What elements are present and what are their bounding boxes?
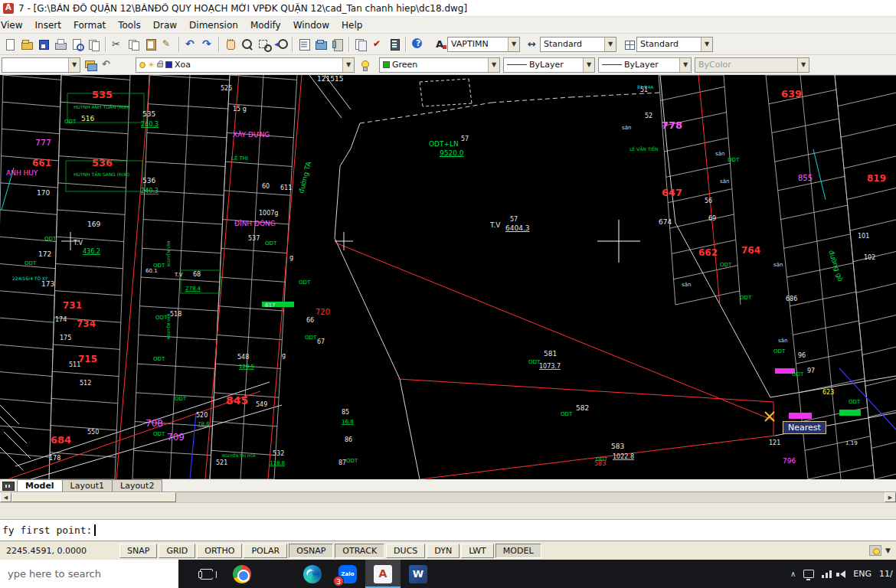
taskbar-app-task-view[interactable] [189,560,224,588]
undo-button[interactable] [182,36,199,53]
layer-properties-icon[interactable] [83,58,97,72]
designcenter-button[interactable] [312,36,329,53]
zoom-realtime-button[interactable] [239,36,256,53]
sheetset-button[interactable] [352,36,369,53]
toggle-ducs[interactable]: DUCS [386,544,425,558]
properties-button[interactable] [296,36,312,53]
layer-combo[interactable]: ☀ Xoa ▼ [136,57,355,73]
hscroll-right-arrow-icon[interactable]: ▶ [885,492,896,502]
layer-on-icon[interactable] [139,62,146,68]
tab-layout1[interactable]: Layout1 [62,479,113,492]
toggle-otrack[interactable]: OTRACK [335,544,384,558]
command-input[interactable]: fy first point: [0,520,896,541]
linetype-combo[interactable]: ByLayer ▼ [503,57,595,73]
svg-text:NGUYỄN THỊ HOA: NGUYỄN THỊ HOA [222,452,256,458]
markup-button[interactable] [369,36,386,53]
taskbar-app-edge[interactable] [295,560,330,588]
dim-style-icon[interactable] [526,38,540,51]
toggle-grid[interactable]: GRID [159,544,195,558]
toggle-ortho[interactable]: ORTHO [197,544,242,558]
zoom-window-button[interactable] [256,36,273,53]
taskbar-app-word[interactable] [401,560,436,588]
layout-tab-nav-icon[interactable] [2,482,15,491]
menu-format[interactable]: Format [67,18,112,32]
plot-button[interactable] [52,36,69,53]
paste-button[interactable] [142,36,159,53]
qnew-button[interactable] [2,36,18,53]
network-icon[interactable] [822,570,832,578]
svg-text:T.V: T.V [489,221,501,229]
dropdown-arrow-icon[interactable]: ▼ [701,38,712,51]
hscroll-thumb[interactable] [11,492,176,502]
menu-help[interactable]: Help [335,18,368,32]
taskbar-app-autocad[interactable] [365,560,401,588]
toolpalettes-button[interactable] [329,36,346,53]
publish-button[interactable] [86,36,103,53]
redo-button[interactable] [199,36,216,53]
drawing-area[interactable]: 535HUỲNH ANH TUẤN (RIXI)516535240.3536HU… [0,75,896,479]
taskbar-app-zalo[interactable]: 3 [330,560,365,588]
table-style-icon[interactable] [623,38,636,51]
layer-unlock-icon[interactable] [157,63,163,67]
volume-icon[interactable] [840,570,845,578]
zoom-previous-button[interactable] [273,36,289,53]
help-button[interactable] [409,36,426,53]
dropdown-arrow-icon[interactable]: ▼ [508,38,519,51]
communication-center-icon[interactable] [869,545,881,556]
hscroll-left-arrow-icon[interactable]: ◀ [0,492,11,502]
dropdown-arrow-icon[interactable]: ▼ [583,58,594,72]
menu-modify[interactable]: Modify [244,18,287,32]
language-indicator[interactable]: ENG [853,569,871,579]
toggle-lwt[interactable]: LWT [461,544,494,558]
table-style-combo[interactable]: Standard ▼ [636,37,713,52]
preview-button[interactable] [69,36,86,53]
dropdown-arrow-icon[interactable]: ▼ [68,58,80,72]
layer-thaw-icon[interactable]: ☀ [148,61,155,69]
taskbar-app-browser[interactable] [224,560,260,588]
menu-insert[interactable]: Insert [28,18,67,32]
display-icon[interactable] [803,570,814,578]
horizontal-scrollbar[interactable]: ◀ ▶ [0,492,896,503]
dim-style-combo[interactable]: Standard ▼ [540,37,616,52]
clock[interactable]: 11/ [879,569,894,579]
layer-previous-icon[interactable] [100,58,114,72]
status-tray-arrow-icon[interactable]: ▼ [883,547,893,554]
toggle-model[interactable]: MODEL [495,544,541,558]
dropdown-arrow-icon[interactable]: ▼ [679,58,691,72]
menu-tools[interactable]: Tools [112,18,147,32]
hscroll-track[interactable] [11,492,885,502]
make-layer-current-icon[interactable] [358,58,371,72]
menu-view[interactable]: View [0,18,28,32]
taskbar-app-file-explorer[interactable] [260,560,295,588]
menu-window[interactable]: Window [287,18,335,32]
menu-dimension[interactable]: Dimension [183,18,244,32]
tab-model[interactable]: Model [17,479,63,492]
pan-button[interactable] [222,36,239,53]
taskbar-search[interactable]: ype here to search [0,560,178,588]
svg-text:686: 686 [786,296,797,302]
save-button[interactable] [35,36,52,53]
quickcalc-button[interactable] [386,36,403,53]
cut-button[interactable] [109,36,126,53]
menu-draw[interactable]: Draw [147,18,183,32]
toggle-dyn[interactable]: DYN [427,544,459,558]
matchprop-button[interactable] [159,36,176,53]
toggle-polar[interactable]: POLAR [244,544,287,558]
svg-text:175: 175 [60,335,71,341]
toggle-snap[interactable]: SNAP [119,544,157,558]
tab-layout2[interactable]: Layout2 [112,479,162,492]
dropdown-arrow-icon[interactable]: ▼ [342,58,354,72]
tray-chevron-icon[interactable]: ∧ [790,570,796,578]
map-canvas[interactable]: 535HUỲNH ANH TUẤN (RIXI)516535240.3536HU… [0,75,896,479]
workspace-combo[interactable]: ▼ [2,57,80,73]
toggle-osnap[interactable]: OSNAP [289,544,333,558]
lineweight-combo[interactable]: ByLayer ▼ [598,57,692,73]
text-style-icon[interactable] [433,38,447,51]
text-style-combo[interactable]: VAPTIMN ▼ [447,37,520,52]
dropdown-arrow-icon[interactable]: ▼ [604,38,616,51]
copy-button[interactable] [126,36,142,53]
layers-properties-toolbar: ▼ ☀ Xoa ▼ Green ▼ ByLayer ▼ ByLayer ▼ [0,55,896,75]
open-button[interactable] [18,36,35,53]
dropdown-arrow-icon[interactable]: ▼ [488,58,499,72]
color-combo[interactable]: Green ▼ [379,57,500,73]
